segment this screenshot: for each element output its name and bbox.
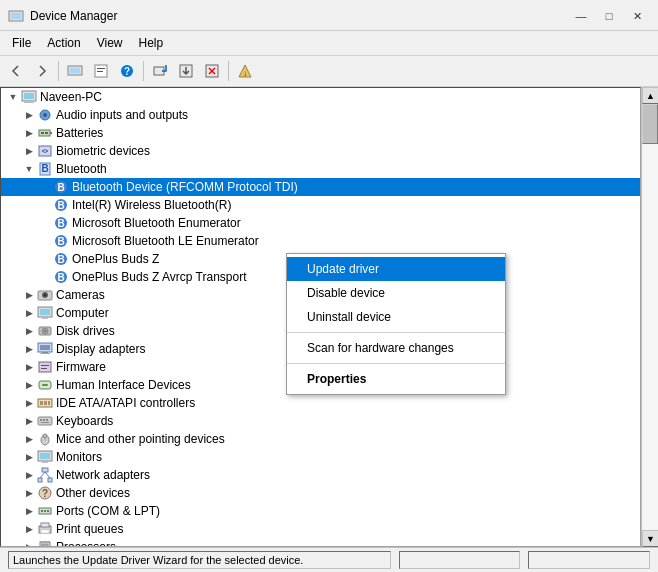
context-update-driver[interactable]: Update driver <box>287 257 505 281</box>
tree-view[interactable]: ▼ Naveen-PC ▶ Audio inputs an <box>0 87 641 547</box>
main-area: ▼ Naveen-PC ▶ Audio inputs an <box>0 87 658 547</box>
svg-rect-6 <box>97 68 105 69</box>
tree-item-ports[interactable]: ▶ Ports (COM & LPT) <box>1 502 640 520</box>
expand-ports[interactable]: ▶ <box>21 503 37 519</box>
scroll-up-button[interactable]: ▲ <box>642 87 658 104</box>
menu-help[interactable]: Help <box>131 33 172 53</box>
tree-item-bluetooth[interactable]: ▼ B Bluetooth <box>1 160 640 178</box>
expand-mice[interactable]: ▶ <box>21 431 37 447</box>
tree-item-monitors[interactable]: ▶ Monitors <box>1 448 640 466</box>
app-icon <box>8 8 24 24</box>
toolbar-uninstall[interactable] <box>200 59 224 83</box>
svg-rect-90 <box>42 544 48 547</box>
tree-item-processors[interactable]: ▶ Processors <box>1 538 640 547</box>
expand-firmware[interactable]: ▶ <box>21 359 37 375</box>
tree-item-btdevice[interactable]: B Bluetooth Device (RFCOMM Protocol TDI) <box>1 178 640 196</box>
processors-icon <box>37 539 53 547</box>
svg-text:B: B <box>57 272 64 283</box>
toolbar-forward[interactable] <box>30 59 54 83</box>
svg-rect-26 <box>39 146 51 156</box>
svg-rect-77 <box>48 478 52 482</box>
tree-item-other[interactable]: ▶ ? Other devices <box>1 484 640 502</box>
expand-root[interactable]: ▼ <box>5 89 21 105</box>
tree-item-biometric[interactable]: ▶ Biometric devices <box>1 142 640 160</box>
ms-bt-le-label: Microsoft Bluetooth LE Enumerator <box>72 234 259 248</box>
expand-processors[interactable]: ▶ <box>21 539 37 547</box>
monitors-label: Monitors <box>56 450 102 464</box>
minimize-button[interactable]: — <box>568 6 594 26</box>
context-disable-device[interactable]: Disable device <box>287 281 505 305</box>
tree-item-ms-bt-le[interactable]: B Microsoft Bluetooth LE Enumerator <box>1 232 640 250</box>
context-uninstall-device[interactable]: Uninstall device <box>287 305 505 329</box>
svg-rect-57 <box>41 368 47 369</box>
expand-hid[interactable]: ▶ <box>21 377 37 393</box>
tree-item-audio[interactable]: ▶ Audio inputs and outputs <box>1 106 640 124</box>
expand-ms-bt-le[interactable] <box>37 233 53 249</box>
svg-rect-17 <box>24 93 34 99</box>
network-icon <box>37 467 53 483</box>
expand-ide[interactable]: ▶ <box>21 395 37 411</box>
expand-cameras[interactable]: ▶ <box>21 287 37 303</box>
expand-audio[interactable]: ▶ <box>21 107 37 123</box>
toolbar-device-manager[interactable] <box>63 59 87 83</box>
expand-ms-bt-enum[interactable] <box>37 215 53 231</box>
context-properties[interactable]: Properties <box>287 367 505 391</box>
expand-computer[interactable]: ▶ <box>21 305 37 321</box>
expand-network[interactable]: ▶ <box>21 467 37 483</box>
expand-batteries[interactable]: ▶ <box>21 125 37 141</box>
expand-btdevice[interactable] <box>37 179 53 195</box>
monitors-icon <box>37 449 53 465</box>
batteries-icon <box>37 125 53 141</box>
toolbar-add-driver[interactable]: ↓ <box>233 59 257 83</box>
expand-print[interactable]: ▶ <box>21 521 37 537</box>
disk-icon <box>37 323 53 339</box>
menu-file[interactable]: File <box>4 33 39 53</box>
svg-text:?: ? <box>42 488 48 499</box>
context-scan-hardware[interactable]: Scan for hardware changes <box>287 336 505 360</box>
svg-text:B: B <box>57 236 64 247</box>
svg-rect-68 <box>41 422 49 423</box>
svg-rect-75 <box>42 468 48 472</box>
tree-item-network[interactable]: ▶ Network adapters <box>1 466 640 484</box>
expand-display[interactable]: ▶ <box>21 341 37 357</box>
expand-bluetooth[interactable]: ▼ <box>21 161 37 177</box>
menu-action[interactable]: Action <box>39 33 88 53</box>
close-button[interactable]: ✕ <box>624 6 650 26</box>
tree-root[interactable]: ▼ Naveen-PC <box>1 88 640 106</box>
svg-rect-65 <box>40 419 42 421</box>
maximize-button[interactable]: □ <box>596 6 622 26</box>
scroll-down-button[interactable]: ▼ <box>642 530 658 547</box>
expand-biometric[interactable]: ▶ <box>21 143 37 159</box>
tree-item-batteries[interactable]: ▶ Batteries <box>1 124 640 142</box>
svg-rect-87 <box>41 523 49 527</box>
expand-keyboards[interactable]: ▶ <box>21 413 37 429</box>
expand-other[interactable]: ▶ <box>21 485 37 501</box>
ms-bt-le-icon: B <box>53 233 69 249</box>
svg-text:B: B <box>57 254 64 265</box>
scroll-track[interactable] <box>642 104 658 530</box>
tree-item-print[interactable]: ▶ Print queues <box>1 520 640 538</box>
expand-disk[interactable]: ▶ <box>21 323 37 339</box>
context-menu: Update driver Disable device Uninstall d… <box>286 253 506 395</box>
tree-item-mice[interactable]: ▶ Mice and other pointing devices <box>1 430 640 448</box>
expand-oneplus-z[interactable] <box>37 251 53 267</box>
expand-oneplus-avrcp[interactable] <box>37 269 53 285</box>
svg-point-84 <box>44 510 46 512</box>
expand-intel-bt[interactable] <box>37 197 53 213</box>
toolbar-properties[interactable] <box>89 59 113 83</box>
tree-item-keyboards[interactable]: ▶ Keyboards <box>1 412 640 430</box>
expand-monitors[interactable]: ▶ <box>21 449 37 465</box>
tree-item-ms-bt-enum[interactable]: B Microsoft Bluetooth Enumerator <box>1 214 640 232</box>
menu-view[interactable]: View <box>89 33 131 53</box>
scroll-thumb[interactable] <box>642 104 658 144</box>
toolbar-scan[interactable] <box>148 59 172 83</box>
toolbar-back[interactable] <box>4 59 28 83</box>
toolbar-update[interactable] <box>174 59 198 83</box>
biometric-label: Biometric devices <box>56 144 150 158</box>
tree-item-intel-bt[interactable]: B Intel(R) Wireless Bluetooth(R) <box>1 196 640 214</box>
toolbar-help[interactable]: ? <box>115 59 139 83</box>
tree-item-ide[interactable]: ▶ IDE ATA/ATAPI controllers <box>1 394 640 412</box>
svg-rect-73 <box>40 453 50 459</box>
svg-rect-19 <box>24 102 34 103</box>
svg-rect-44 <box>42 290 45 292</box>
